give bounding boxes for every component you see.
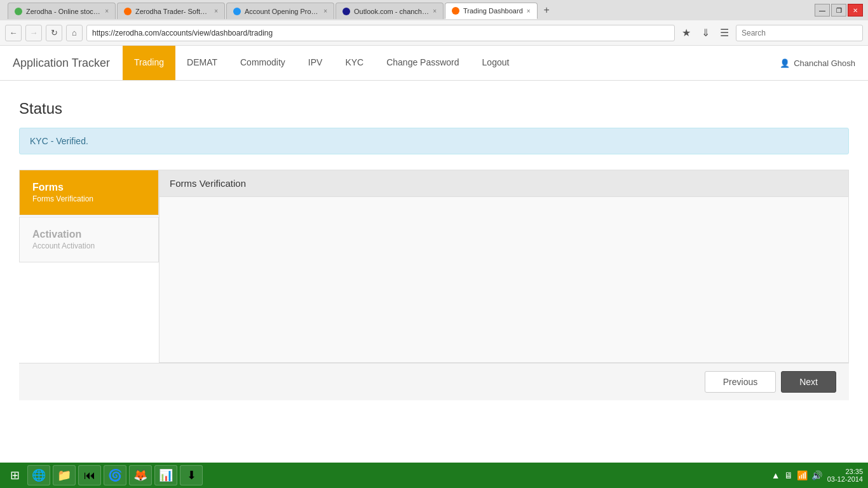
tab-label: Account Opening Process... <box>245 8 320 15</box>
sidebar-menu: FormsForms VerificationActivationAccount… <box>19 170 159 363</box>
download-icon[interactable]: ⇓ <box>698 25 713 41</box>
sidebar-item-activation[interactable]: ActivationAccount Activation <box>19 217 159 262</box>
browser-chrome: Zerodha - Online stock tra...×Zerodha Tr… <box>0 0 868 46</box>
forward-button[interactable]: → <box>25 25 42 41</box>
panel-body <box>159 197 848 362</box>
nav-item-commodity[interactable]: Commodity <box>229 46 297 80</box>
restore-button[interactable]: ❒ <box>831 4 846 17</box>
previous-button[interactable]: Previous <box>705 371 776 393</box>
bottom-bar: Previous Next <box>19 363 849 400</box>
app-header: Application Tracker TradingDEMATCommodit… <box>0 46 868 81</box>
nav-item-trading[interactable]: Trading <box>123 46 175 80</box>
address-bar[interactable] <box>86 25 675 41</box>
tab-close-icon[interactable]: × <box>214 8 218 15</box>
toolbar-icons: ★ ⇓ ☰ <box>679 25 732 41</box>
sidebar-item-forms[interactable]: FormsForms Verification <box>19 170 159 215</box>
browser-tab-tab1[interactable]: Zerodha - Online stock tra...× <box>8 3 116 19</box>
browser-tab-tab3[interactable]: Account Opening Process...× <box>226 3 334 19</box>
kyc-status-text: KYC - Verified. <box>30 136 88 146</box>
app-title: Application Tracker <box>13 57 110 70</box>
user-name: Chanchal Ghosh <box>794 58 855 68</box>
home-button[interactable]: ⌂ <box>66 25 83 41</box>
browser-toolbar: ← → ↻ ⌂ ★ ⇓ ☰ <box>0 20 868 46</box>
kyc-banner: KYC - Verified. <box>19 128 849 154</box>
minimize-button[interactable]: — <box>815 4 830 17</box>
nav-item-kyc[interactable]: KYC <box>334 46 375 80</box>
main-content: Status KYC - Verified. FormsForms Verifi… <box>0 81 868 413</box>
tab-close-icon[interactable]: × <box>105 8 109 15</box>
sidebar-item-subtitle: Account Activation <box>32 241 146 250</box>
search-input[interactable] <box>736 25 863 41</box>
user-info: 👤 Chanchal Ghosh <box>780 58 855 68</box>
sidebar-item-title: Forms <box>32 182 146 193</box>
panel-header: Forms Verification <box>159 170 848 197</box>
tab-close-icon[interactable]: × <box>527 8 531 15</box>
close-button[interactable]: ✕ <box>848 4 863 17</box>
nav-item-logout[interactable]: Logout <box>471 46 521 80</box>
reload-button[interactable]: ↻ <box>46 25 62 41</box>
back-button[interactable]: ← <box>5 25 22 41</box>
browser-tab-tab4[interactable]: Outlook.com - chanchalgh...× <box>336 3 444 19</box>
tab-close-icon[interactable]: × <box>433 8 437 15</box>
sidebar-item-subtitle: Forms Verification <box>32 194 146 203</box>
content-area: FormsForms VerificationActivationAccount… <box>19 170 849 363</box>
browser-tab-tab2[interactable]: Zerodha Trader- Software ...× <box>117 3 225 19</box>
tab-close-icon[interactable]: × <box>323 8 327 15</box>
menu-icon[interactable]: ☰ <box>717 25 732 41</box>
tab-label: Zerodha - Online stock tra... <box>26 8 101 15</box>
nav-item-change-password[interactable]: Change Password <box>375 46 470 80</box>
nav-item-ipv[interactable]: IPV <box>297 46 334 80</box>
nav-item-demat[interactable]: DEMAT <box>175 46 229 80</box>
next-button[interactable]: Next <box>781 371 836 393</box>
nav-menu: TradingDEMATCommodityIPVKYCChange Passwo… <box>123 46 780 80</box>
new-tab-button[interactable]: + <box>540 4 553 16</box>
tab-label: Trading Dashboard <box>463 7 523 15</box>
page-content: Application Tracker TradingDEMATCommodit… <box>0 46 868 463</box>
window-controls: — ❒ ✕ <box>815 4 863 17</box>
panel-area: Forms Verification <box>159 170 849 363</box>
browser-tab-tab5[interactable]: Trading Dashboard× <box>445 3 538 19</box>
bookmark-icon[interactable]: ★ <box>679 25 694 41</box>
sidebar-item-title: Activation <box>32 229 146 240</box>
browser-title-bar: Zerodha - Online stock tra...×Zerodha Tr… <box>0 0 868 20</box>
browser-tabs: Zerodha - Online stock tra...×Zerodha Tr… <box>8 1 538 19</box>
tab-label: Outlook.com - chanchalgh... <box>354 8 429 15</box>
tab-label: Zerodha Trader- Software ... <box>135 8 210 15</box>
status-title: Status <box>19 100 849 118</box>
user-icon: 👤 <box>780 58 790 68</box>
